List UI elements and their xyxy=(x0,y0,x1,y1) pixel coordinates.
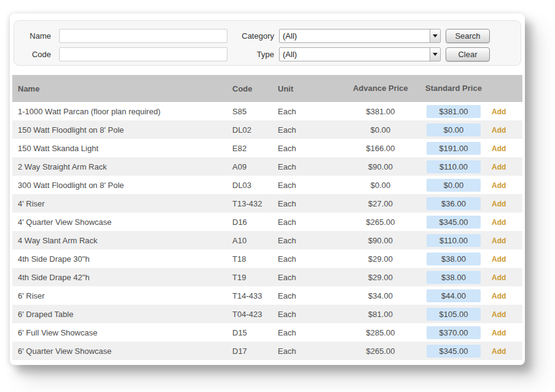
cell-add: Add xyxy=(488,268,522,286)
cell-code: T04-423 xyxy=(226,305,273,323)
cell-name: 6' Riser xyxy=(12,286,226,305)
cell-add: Add xyxy=(488,231,522,249)
cell-name: 4' Riser xyxy=(12,194,226,213)
add-link[interactable]: Add xyxy=(492,292,506,300)
code-label: Code xyxy=(14,50,51,59)
table-row: 2 Way Straight Arm RackA09Each$90.00$110… xyxy=(12,157,522,176)
cell-name: 6' Quarter View Showcase xyxy=(12,342,226,360)
category-label: Category xyxy=(227,31,274,41)
cell-add: Add xyxy=(488,139,522,157)
add-link[interactable]: Add xyxy=(492,144,506,153)
table-row: 6' RiserT14-433Each$34.00$44.00Add xyxy=(12,286,522,305)
table-row: 4th Side Drape 30"hT18Each$29.00$38.00Ad… xyxy=(12,249,522,268)
cell-unit: Each xyxy=(273,120,342,139)
cell-add: Add xyxy=(488,120,522,139)
search-form-row-1: Name Category (All) Search xyxy=(14,28,521,44)
cell-standard_price: $110.00 xyxy=(419,157,488,176)
cell-advance_price: $90.00 xyxy=(342,157,419,176)
standard-price-field[interactable]: $381.00 xyxy=(427,105,481,118)
standard-price-field[interactable]: $110.00 xyxy=(427,234,481,247)
cell-name: 4th Side Drape 42"h xyxy=(12,268,226,286)
cell-unit: Each xyxy=(273,194,342,213)
code-input[interactable] xyxy=(59,47,227,61)
standard-price-field[interactable]: $191.00 xyxy=(427,142,481,155)
cell-unit: Each xyxy=(273,139,342,157)
cell-code: A10 xyxy=(226,231,273,249)
cell-add: Add xyxy=(488,157,522,176)
add-link[interactable]: Add xyxy=(492,108,506,116)
table-body: 1-1000 Watt Parcan (floor plan required)… xyxy=(12,102,522,360)
cell-unit: Each xyxy=(273,342,342,360)
cell-standard_price: $0.00 xyxy=(419,176,488,194)
add-link[interactable]: Add xyxy=(492,255,506,264)
table-row: 4th Side Drape 42"hT19Each$29.00$38.00Ad… xyxy=(12,268,522,286)
cell-advance_price: $27.00 xyxy=(342,194,419,213)
standard-price-field[interactable]: $0.00 xyxy=(427,123,481,136)
cell-standard_price: $191.00 xyxy=(419,139,488,157)
chevron-down-icon[interactable] xyxy=(430,29,440,42)
cell-code: A09 xyxy=(226,157,273,176)
add-link[interactable]: Add xyxy=(492,181,506,190)
standard-price-field[interactable]: $0.00 xyxy=(427,179,481,192)
cell-add: Add xyxy=(488,286,522,305)
cell-add: Add xyxy=(488,213,522,231)
cell-unit: Each xyxy=(273,286,342,305)
cell-add: Add xyxy=(488,249,522,268)
name-input[interactable] xyxy=(59,29,227,43)
add-link[interactable]: Add xyxy=(492,200,506,208)
cell-add: Add xyxy=(488,342,522,360)
cell-standard_price: $345.00 xyxy=(419,213,488,231)
clear-button[interactable]: Clear xyxy=(446,47,490,61)
add-link[interactable]: Add xyxy=(492,237,506,245)
cell-code: E82 xyxy=(226,139,273,157)
search-button[interactable]: Search xyxy=(446,29,490,43)
cell-code: DL03 xyxy=(226,176,273,194)
cell-unit: Each xyxy=(273,213,342,231)
standard-price-field[interactable]: $36.00 xyxy=(427,197,481,210)
type-selected-value: (All) xyxy=(280,50,297,59)
table-row: 150 Watt Skanda LightE82Each$166.00$191.… xyxy=(12,139,522,157)
add-link[interactable]: Add xyxy=(492,126,506,135)
category-select[interactable]: (All) xyxy=(279,29,441,43)
standard-price-field[interactable]: $38.00 xyxy=(427,271,481,284)
cell-name: 4 Way Slant Arm Rack xyxy=(12,231,226,249)
cell-standard_price: $44.00 xyxy=(419,286,488,305)
cell-code: T19 xyxy=(226,268,273,286)
screenshot-canvas: Name Category (All) Search Code Type (Al… xyxy=(0,0,555,392)
cell-advance_price: $265.00 xyxy=(342,342,419,360)
cell-advance_price: $81.00 xyxy=(342,305,419,323)
cell-name: 150 Watt Floodlight on 8' Pole xyxy=(12,120,226,139)
cell-advance_price: $166.00 xyxy=(342,139,419,157)
cell-advance_price: $90.00 xyxy=(342,231,419,249)
add-link[interactable]: Add xyxy=(492,347,506,356)
cell-add: Add xyxy=(488,176,522,194)
standard-price-field[interactable]: $370.00 xyxy=(427,326,481,339)
add-link[interactable]: Add xyxy=(492,163,506,171)
cell-unit: Each xyxy=(273,176,342,194)
cell-add: Add xyxy=(488,194,522,213)
standard-price-field[interactable]: $345.00 xyxy=(427,345,481,358)
cell-unit: Each xyxy=(273,268,342,286)
chevron-down-icon[interactable] xyxy=(430,48,440,61)
cell-unit: Each xyxy=(273,323,342,342)
standard-price-field[interactable]: $110.00 xyxy=(427,160,481,173)
cell-advance_price: $381.00 xyxy=(342,102,419,120)
standard-price-field[interactable]: $105.00 xyxy=(427,308,481,321)
add-link[interactable]: Add xyxy=(492,218,506,227)
cell-standard_price: $0.00 xyxy=(419,120,488,139)
add-link[interactable]: Add xyxy=(492,329,506,337)
standard-price-field[interactable]: $44.00 xyxy=(427,289,481,302)
add-link[interactable]: Add xyxy=(492,273,506,282)
table-header: Name Code Unit Advance Price Standard Pr… xyxy=(12,75,522,102)
cell-code: S85 xyxy=(226,102,273,120)
header-unit: Unit xyxy=(273,75,342,102)
type-select[interactable]: (All) xyxy=(279,47,441,61)
cell-advance_price: $0.00 xyxy=(342,120,419,139)
standard-price-field[interactable]: $345.00 xyxy=(427,216,481,229)
standard-price-field[interactable]: $38.00 xyxy=(427,253,481,265)
cell-name: 2 Way Straight Arm Rack xyxy=(12,157,226,176)
add-link[interactable]: Add xyxy=(492,310,506,319)
cell-unit: Each xyxy=(273,249,342,268)
cell-code: T13-432 xyxy=(226,194,273,213)
table-row: 4' Quarter View ShowcaseD16Each$265.00$3… xyxy=(12,213,522,231)
